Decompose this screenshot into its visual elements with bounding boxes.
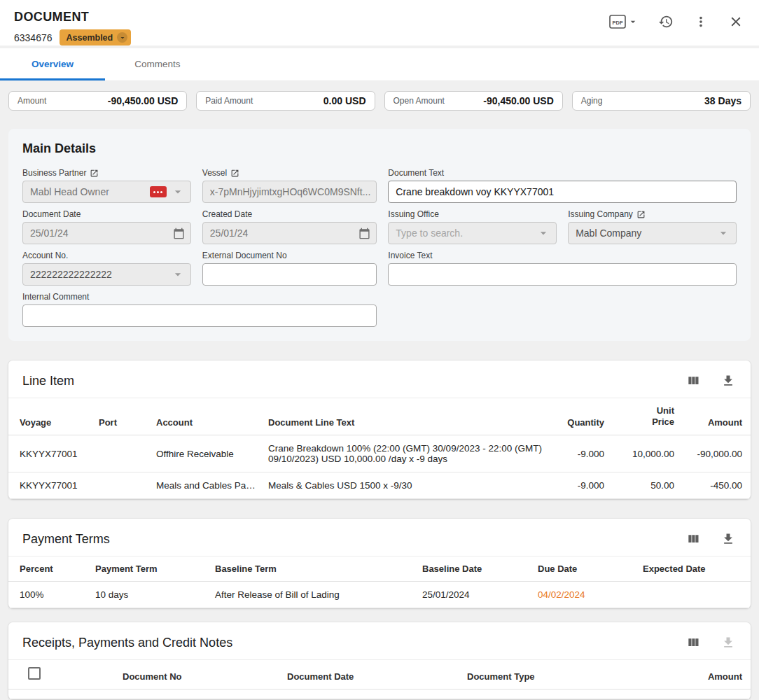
field-label: Document Date: [22, 210, 81, 219]
cell-amount: -450.00: [680, 472, 751, 499]
chevron-down-icon: [171, 185, 185, 199]
col-document-type: Document Type: [461, 660, 622, 690]
columns-icon: [686, 374, 700, 388]
table-row[interactable]: 100% 10 days After Release of Bill of La…: [8, 582, 751, 608]
col-document-date: Document Date: [281, 660, 461, 690]
cell-document-line-text: Meals & Cables USD 1500 x -9/30: [263, 472, 557, 499]
cell-due-date: 04/02/2024: [532, 582, 637, 608]
col-document-no: Document No: [117, 660, 281, 690]
topbar: DOCUMENT 6334676 Assembled PDF: [0, 0, 759, 46]
document-text-input[interactable]: [388, 181, 737, 203]
summary-value: -90,450.00 USD: [108, 95, 178, 106]
content: Amount -90,450.00 USD Paid Amount 0.00 U…: [0, 81, 759, 699]
download-button[interactable]: [720, 372, 737, 389]
account-no-select: 222222222222222: [22, 263, 191, 286]
external-document-no-input[interactable]: [202, 263, 377, 286]
cell-quantity: -9.000: [557, 435, 610, 472]
document-number: 6334676: [14, 32, 53, 43]
line-item-card: Line Item Voyage Port Account: [8, 360, 751, 499]
summary-card-amount: Amount -90,450.00 USD: [8, 91, 187, 111]
partner-flag-icon: [150, 186, 167, 197]
kebab-menu-icon: [693, 14, 709, 29]
line-item-title: Line Item: [22, 374, 74, 388]
main-details-title: Main Details: [22, 141, 737, 156]
line-item-table: Voyage Port Account Document Line Text Q…: [8, 398, 751, 499]
chevron-down-icon: [171, 267, 185, 281]
field-invoice-text: Invoice Text: [388, 251, 737, 286]
summary-value: -90,450.00 USD: [483, 95, 553, 106]
tab-comments[interactable]: Comments: [105, 48, 210, 80]
topbar-left: DOCUMENT 6334676 Assembled: [14, 10, 131, 46]
summary-label: Open Amount: [394, 96, 445, 106]
receipts-card: Receipts, Payments and Credit Notes: [8, 622, 751, 699]
download-icon: [721, 532, 735, 546]
payment-terms-table: Percent Payment Term Baseline Term Basel…: [8, 556, 751, 608]
page-title: DOCUMENT: [14, 10, 131, 24]
table-header-row: Document No Document Date Document Type …: [8, 660, 751, 690]
download-button[interactable]: [720, 531, 737, 547]
pdf-export-button[interactable]: PDF: [608, 13, 640, 30]
external-link-icon[interactable]: [636, 210, 646, 219]
col-baseline-term: Baseline Term: [209, 556, 417, 582]
more-menu-button[interactable]: [692, 13, 710, 31]
table-header-row: Voyage Port Account Document Line Text Q…: [8, 398, 751, 435]
external-link-icon[interactable]: [230, 169, 239, 178]
table-row[interactable]: KKYYX77001 Offhire Receivable Crane Brea…: [8, 435, 751, 472]
close-button[interactable]: [727, 13, 745, 31]
calendar-icon: [358, 227, 370, 239]
summary-label: Amount: [18, 96, 46, 106]
col-due-date: Due Date: [532, 556, 637, 582]
col-payment-term: Payment Term: [90, 556, 209, 582]
business-partner-select: Mabl Head Owner: [22, 181, 191, 203]
col-unit-price: Unit Price: [610, 398, 680, 435]
external-link-icon[interactable]: [90, 169, 99, 178]
cell-port: [93, 435, 151, 472]
tab-overview[interactable]: Overview: [0, 48, 105, 80]
issuing-office-select: Type to search.: [388, 222, 557, 244]
field-vessel: Vessel x-7pMnHjyjimtxgHOq6WC0M9SNft...: [202, 169, 377, 203]
invoice-text-input[interactable]: [388, 263, 737, 286]
columns-button[interactable]: [685, 531, 702, 547]
table-header-row: Percent Payment Term Baseline Term Basel…: [8, 556, 751, 582]
summary-label: Paid Amount: [205, 96, 253, 106]
field-issuing-company: Issuing Company Mabl Company: [568, 210, 737, 244]
col-quantity: Quantity: [557, 398, 610, 435]
vessel-field: x-7pMnHjyjimtxgHOq6WC0M9SNft...: [202, 181, 377, 203]
pdf-icon: PDF: [609, 15, 626, 29]
table-row[interactable]: KKYYX77001 Meals and Cables Pay… Meals &…: [8, 472, 751, 499]
cell-baseline-date: 25/01/2024: [417, 582, 532, 608]
field-issuing-office: Issuing Office Type to search.: [388, 210, 557, 244]
col-document-line-text: Document Line Text: [263, 398, 557, 435]
col-amount: Amount: [622, 660, 751, 690]
field-external-document-no: External Document No: [202, 251, 377, 286]
field-label: External Document No: [202, 251, 287, 260]
download-button: [720, 634, 737, 651]
summary-value: 0.00 USD: [323, 95, 366, 106]
empty-table-body: [8, 690, 751, 699]
col-expected-date: Expected Date: [637, 556, 751, 582]
cell-document-line-text: Crane Breakdown 100% (22:00 (GMT) 30/09/…: [263, 435, 557, 472]
cell-payment-term: 10 days: [90, 582, 209, 608]
field-label: Internal Comment: [22, 293, 89, 302]
cell-unit-price: 50.00: [610, 472, 680, 499]
main-details-panel: Main Details Business Partner Mabl Head …: [8, 129, 751, 341]
select-all-checkbox[interactable]: [28, 667, 41, 680]
field-label: Issuing Company: [568, 210, 633, 219]
columns-button[interactable]: [685, 634, 702, 651]
created-date-field: 25/01/24: [202, 222, 377, 244]
history-icon: [658, 14, 674, 29]
status-badge[interactable]: Assembled: [60, 29, 132, 46]
field-document-date: Document Date 25/01/24: [22, 210, 191, 244]
chevron-down-icon: [536, 226, 550, 240]
field-document-text: Document Text: [388, 169, 737, 203]
summary-value: 38 Days: [704, 95, 741, 106]
history-button[interactable]: [657, 13, 675, 31]
columns-button[interactable]: [685, 372, 702, 389]
close-icon: [728, 14, 744, 29]
col-amount: Amount: [680, 398, 751, 435]
internal-comment-input[interactable]: [22, 304, 377, 327]
cell-amount: -90,000.00: [680, 435, 751, 472]
cell-unit-price: 10,000.00: [610, 435, 680, 472]
cell-expected-date: [637, 582, 751, 608]
field-business-partner: Business Partner Mabl Head Owner: [22, 169, 191, 203]
